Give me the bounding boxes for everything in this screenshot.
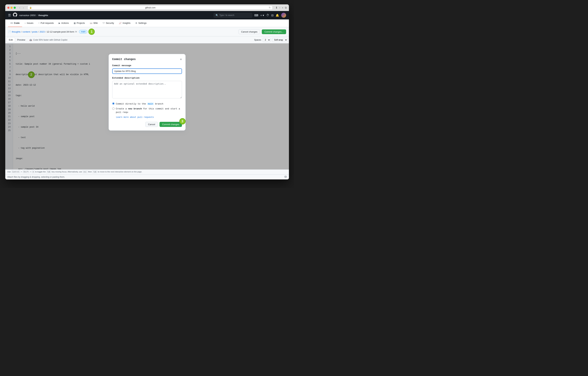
inbox-icon[interactable]: ⊟ <box>271 14 273 17</box>
github-logo <box>13 13 17 18</box>
url-text: github.com <box>33 7 268 9</box>
modal-footer: Cancel Commit changes 3 <box>112 122 182 127</box>
tab-settings[interactable]: ⚙ Settings <box>133 20 149 27</box>
attach-files-bar: Attach files by dragging & dropping, sel… <box>5 174 289 179</box>
repo-tabs: <> Code ○ Issues ⑂ Pull requests ▶ Actio… <box>5 20 289 27</box>
commit-changes-button[interactable]: Commit changes... <box>262 29 286 34</box>
editor-right-controls: Spaces 2 4 Soft wrap No wrap <box>254 38 287 42</box>
close-window-button[interactable] <box>7 7 10 9</box>
github-app: ☰ namaskar-1f650 / thoughts 🔍 Type / to … <box>5 11 289 179</box>
editor-area: Edit Preview 🤖 Code 55% faster with GitH… <box>5 36 289 179</box>
direct-commit-option: Commit directly to the main branch <box>112 102 182 106</box>
editor-bottom-hints: Use Control + Shift + m to toggle the ta… <box>5 169 289 174</box>
navbar-icons: ⌨ + ▾ ⏱ ⊟ 🔔 <box>254 13 286 18</box>
extended-description-input[interactable] <box>112 81 182 98</box>
commit-message-input[interactable] <box>112 68 182 74</box>
terminal-icon[interactable]: ⌨ <box>254 14 258 17</box>
modal-cancel-button[interactable]: Cancel <box>145 122 158 127</box>
modal-commit-button[interactable]: Commit changes 3 <box>159 122 182 127</box>
notifications-icon[interactable]: 🔔 <box>276 14 279 17</box>
commit-message-label: Commit message <box>112 64 182 67</box>
copilot-icon: 🤖 <box>29 39 32 41</box>
tab-security[interactable]: 🛡 Security <box>100 20 116 27</box>
year-folder-link[interactable]: 2023 <box>40 31 45 33</box>
posts-folder-link[interactable]: posts <box>32 31 37 33</box>
file-actions: Cancel changes Commit changes... <box>239 29 286 34</box>
attach-files-label: Attach files by dragging & dropping, sel… <box>7 176 65 178</box>
file-path-bar: 📄 thoughts / content / posts / 2023 / 12… <box>5 27 289 36</box>
tab-pull-requests[interactable]: ⑂ Pull requests <box>36 20 56 27</box>
new-tab-icon[interactable]: + <box>282 6 284 9</box>
search-icon: 🔍 <box>216 14 218 17</box>
tab-issues[interactable]: ○ Issues <box>22 20 36 27</box>
root-folder-link[interactable]: thoughts <box>12 31 21 33</box>
projects-icon: ▦ <box>74 22 76 24</box>
learn-more-pull-requests-link[interactable]: Learn more about pull requests <box>116 116 154 118</box>
editor-toolbar: Edit Preview 🤖 Code 55% faster with GitH… <box>5 36 289 43</box>
address-bar[interactable]: 🔒 github.com ↻ <box>28 6 273 10</box>
plus-button[interactable]: + ▾ <box>260 14 264 17</box>
settings-icon: ⚙ <box>135 22 137 24</box>
copilot-badge: 🤖 Code 55% faster with GitHub Copilot <box>29 39 67 41</box>
search-placeholder: Type / to search <box>220 14 234 16</box>
tab-security-label: Security <box>106 22 114 24</box>
share-icon[interactable]: ↑ <box>279 6 281 9</box>
username-link[interactable]: namaskar-1f650 <box>19 14 36 17</box>
tab-issues-label: Issues <box>27 22 33 24</box>
security-icon: 🛡 <box>103 22 105 24</box>
back-button[interactable]: ‹ <box>19 6 21 10</box>
file-breadcrumb: thoughts / content / posts / 2023 / 12-1… <box>12 31 74 33</box>
extended-description-label: Extended description <box>112 76 182 80</box>
lock-icon: 🔒 <box>29 7 32 9</box>
modal-title: Commit changes <box>112 58 136 61</box>
spaces-select[interactable]: 2 4 <box>263 38 271 42</box>
preview-tab-button[interactable]: Preview <box>15 37 27 42</box>
tab-actions[interactable]: ▶ Actions <box>56 20 71 27</box>
direct-commit-label: Commit directly to the main branch <box>116 102 182 106</box>
browser-titlebar: ‹ › 🔒 github.com ↻ ⬇ ↑ + ⧉ <box>5 4 289 11</box>
branch-indicator: in <box>75 31 77 33</box>
maximize-window-button[interactable] <box>14 7 16 9</box>
current-file-name: 12-12-sample-post-34-form <box>47 31 74 33</box>
minimize-window-button[interactable] <box>10 7 13 9</box>
edit-tab-button[interactable]: Edit <box>7 37 15 42</box>
soft-wrap-select[interactable]: Soft wrap No wrap <box>272 38 287 42</box>
branch-options: Commit directly to the main branch Creat… <box>112 102 182 119</box>
browser-actions: ⬇ ↑ + ⧉ <box>275 6 287 9</box>
tab-pull-requests-label: Pull requests <box>41 22 54 24</box>
new-branch-radio[interactable] <box>112 107 115 110</box>
content-folder-link[interactable]: content <box>23 31 30 33</box>
step-badge-3: 3 <box>179 118 186 125</box>
tabs-overview-icon[interactable]: ⧉ <box>285 6 287 9</box>
tab-projects[interactable]: ▦ Projects <box>71 20 87 27</box>
forward-button[interactable]: › <box>22 6 25 10</box>
actions-icon: ▶ <box>59 22 60 24</box>
breadcrumb-separator: / <box>37 14 37 17</box>
global-search[interactable]: 🔍 Type / to search <box>214 13 252 18</box>
tab-insights-label: Insights <box>123 22 130 24</box>
tab-settings-label: Settings <box>138 22 147 24</box>
commit-modal: Commit changes × Commit message Extended… <box>109 54 186 131</box>
tab-insights[interactable]: 📈 Insights <box>116 20 133 27</box>
spaces-label: Spaces <box>254 39 261 41</box>
repo-name-link[interactable]: thoughts <box>38 14 48 17</box>
insights-icon: 📈 <box>119 22 122 24</box>
modal-close-button[interactable]: × <box>180 58 182 61</box>
hamburger-menu-icon[interactable]: ☰ <box>8 13 11 17</box>
code-icon: <> <box>10 22 13 24</box>
modal-header: Commit changes × <box>112 58 182 61</box>
tab-code[interactable]: <> Code <box>8 20 22 27</box>
refresh-button[interactable]: ↻ <box>269 6 271 9</box>
download-icon[interactable]: ⬇ <box>275 6 278 9</box>
browser-navigation: ‹ › <box>19 6 25 10</box>
issues-icon: ○ <box>24 22 26 24</box>
branch-badge: main <box>79 30 87 33</box>
cancel-changes-button[interactable]: Cancel changes <box>239 29 260 34</box>
tab-wiki[interactable]: 📖 Wiki <box>87 20 100 27</box>
user-avatar[interactable] <box>281 13 286 18</box>
tab-code-label: Code <box>14 22 20 24</box>
code-editor[interactable]: 1 2 3 4 5 6 7 8 9 10 11 12 13 14 15 16 1 <box>5 43 289 169</box>
file-type-icon: 📄 <box>8 31 11 33</box>
timer-icon[interactable]: ⏱ <box>266 14 269 17</box>
direct-commit-radio[interactable] <box>112 102 115 105</box>
